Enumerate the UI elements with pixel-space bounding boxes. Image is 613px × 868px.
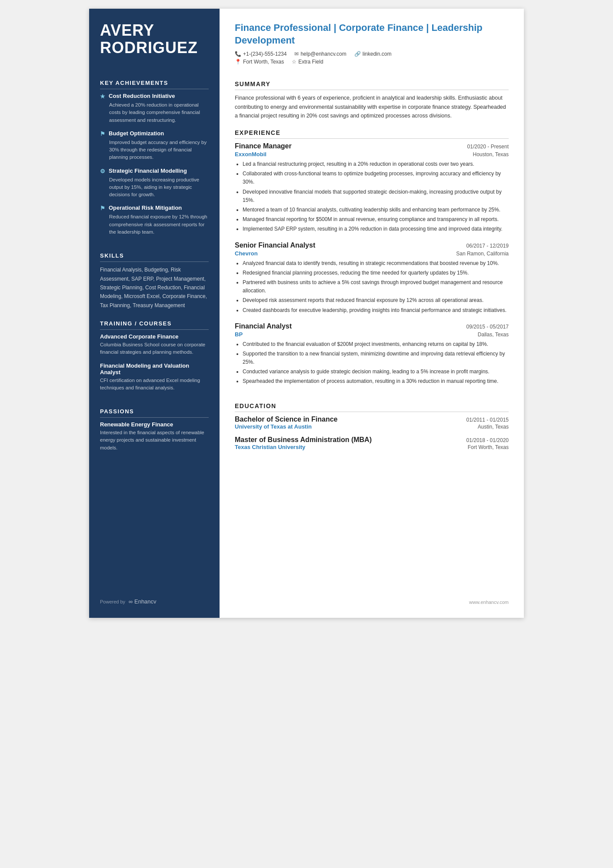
sidebar-footer: Powered by ∞ Enhancv [100, 585, 209, 605]
email-contact: ✉ help@enhancv.com [294, 51, 346, 57]
exp-date: 06/2017 - 12/2019 [466, 243, 509, 249]
edu-school: Texas Christian University [235, 444, 305, 450]
edu-school-row: University of Texas at Austin Austin, Te… [235, 423, 509, 430]
exp-header: Finance Manager 01/2020 - Present [235, 142, 509, 150]
main-header: Finance Professional | Corporate Finance… [235, 22, 509, 67]
edu-header: Bachelor of Science in Finance 01/2011 -… [235, 416, 509, 423]
passion-item: Renewable Energy Finance Interested in t… [100, 421, 209, 452]
achievement-title-text: Operational Risk Mitigation [109, 204, 182, 211]
achievement-icon: ★ [100, 93, 105, 100]
enhancv-logo: ∞ Enhancv [129, 598, 156, 605]
achievement-title-text: Strategic Financial Modelling [109, 168, 187, 174]
linkedin-contact: 🔗 linkedin.com [354, 51, 392, 57]
skills-section-title: SKILLS [100, 252, 209, 262]
experience-item: Senior Financial Analyst 06/2017 - 12/20… [235, 241, 509, 315]
experience-item: Finance Manager 01/2020 - Present ExxonM… [235, 142, 509, 234]
resume-container: AVERY RODRIGUEZ KEY ACHIEVEMENTS ★ Cost … [89, 9, 524, 618]
achievement-desc: Developed models increasing productive o… [100, 176, 209, 199]
achievement-desc: Improved budget accuracy and efficiency … [100, 139, 209, 161]
exp-bullet: Developed innovative financial models th… [243, 188, 509, 204]
achievements-section-title: KEY ACHIEVEMENTS [100, 80, 209, 89]
email-value: help@enhancv.com [300, 51, 346, 57]
edu-degree: Master of Business Administration (MBA) [235, 436, 372, 444]
exp-date: 01/2020 - Present [467, 144, 509, 150]
exp-bullets: Analyzed financial data to identify tren… [235, 259, 509, 315]
achievement-title: ⚑ Operational Risk Mitigation [100, 204, 209, 211]
location-value: Fort Worth, Texas [243, 59, 284, 65]
passions-list: Renewable Energy Finance Interested in t… [100, 421, 209, 456]
achievement-title: ⚑ Budget Optimization [100, 130, 209, 137]
edu-school-row: Texas Christian University Fort Worth, T… [235, 444, 509, 450]
exp-company: BP [235, 331, 243, 338]
achievement-title-text: Budget Optimization [109, 130, 164, 137]
training-title: Advanced Corporate Finance [100, 333, 209, 340]
achievement-icon: ⚑ [100, 131, 105, 137]
training-desc: CFI certification on advanced Excel mode… [100, 377, 209, 392]
linkedin-icon: 🔗 [354, 51, 361, 57]
edu-location: Austin, Texas [478, 424, 509, 430]
phone-icon: 📞 [235, 51, 241, 57]
powered-by-label: Powered by [100, 599, 125, 604]
exp-bullet: Supported the transition to a new financ… [243, 350, 509, 366]
exp-role: Senior Financial Analyst [235, 241, 315, 249]
achievement-title-text: Cost Reduction Initiative [109, 93, 175, 99]
exp-bullet: Conducted variance analysis to guide str… [243, 368, 509, 376]
exp-location: San Ramon, California [456, 251, 509, 257]
sidebar: AVERY RODRIGUEZ KEY ACHIEVEMENTS ★ Cost … [89, 9, 220, 618]
exp-location: Houston, Texas [473, 151, 509, 158]
exp-company: ExxonMobil [235, 151, 267, 158]
phone-value: +1-(234)-555-1234 [243, 51, 287, 57]
achievement-item: ⚑ Budget Optimization Improved budget ac… [100, 130, 209, 161]
achievement-desc: Achieved a 20% reduction in operational … [100, 101, 209, 124]
training-desc: Columbia Business School course on corpo… [100, 341, 209, 356]
exp-bullet: Analyzed financial data to identify tren… [243, 259, 509, 268]
footer-website: www.enhancv.com [469, 600, 509, 605]
exp-role: Financial Analyst [235, 322, 292, 330]
exp-bullet: Contributed to the financial evaluation … [243, 340, 509, 349]
edu-header: Master of Business Administration (MBA) … [235, 436, 509, 444]
exp-date: 09/2015 - 05/2017 [466, 324, 509, 330]
main-content: Finance Professional | Corporate Finance… [220, 9, 524, 618]
skills-text: Financial Analysis, Budgeting, Risk Asse… [100, 265, 209, 310]
edu-date: 01/2018 - 01/2020 [466, 437, 509, 443]
location-contact: 📍 Fort Worth, Texas [235, 59, 284, 65]
passion-desc: Interested in the financial aspects of r… [100, 429, 209, 452]
achievement-title: ★ Cost Reduction Initiative [100, 93, 209, 100]
exp-bullet: Led a financial restructuring project, r… [243, 160, 509, 168]
exp-bullet: Redesigned financial planning processes,… [243, 269, 509, 277]
summary-section-title: SUMMARY [235, 80, 509, 90]
linkedin-value: linkedin.com [363, 51, 392, 57]
education-list: Bachelor of Science in Finance 01/2011 -… [235, 416, 509, 456]
experience-item: Financial Analyst 09/2015 - 05/2017 BP D… [235, 322, 509, 386]
edu-degree: Bachelor of Science in Finance [235, 416, 338, 423]
exp-company: Chevron [235, 250, 258, 257]
edu-school: University of Texas at Austin [235, 423, 312, 430]
passion-title: Renewable Energy Finance [100, 421, 209, 428]
location-icon: 📍 [235, 59, 241, 65]
education-item: Master of Business Administration (MBA) … [235, 436, 509, 450]
achievement-item: ⚙ Strategic Financial Modelling Develope… [100, 168, 209, 199]
exp-company-row: ExxonMobil Houston, Texas [235, 151, 509, 158]
training-section-title: TRAINING / COURSES [100, 320, 209, 330]
contact-row-2: 📍 Fort Worth, Texas ☆ Extra Field [235, 59, 509, 65]
training-item: Financial Modeling and Valuation Analyst… [100, 362, 209, 392]
exp-bullet: Developed risk assessment reports that r… [243, 296, 509, 305]
achievement-icon: ⚑ [100, 205, 105, 211]
exp-header: Senior Financial Analyst 06/2017 - 12/20… [235, 241, 509, 249]
email-icon: ✉ [294, 51, 299, 57]
extra-field-value: Extra Field [298, 59, 323, 65]
achievement-icon: ⚙ [100, 168, 105, 174]
exp-bullet: Managed financial reporting for $500M in… [243, 215, 509, 224]
achievement-desc: Reduced financial exposure by 12% throug… [100, 213, 209, 236]
exp-bullet: Collaborated with cross-functional teams… [243, 170, 509, 186]
achievement-item: ⚑ Operational Risk Mitigation Reduced fi… [100, 204, 209, 236]
education-section-title: EDUCATION [235, 402, 509, 412]
edu-date: 01/2011 - 01/2015 [466, 417, 509, 423]
exp-bullet: Partnered with business units to achieve… [243, 278, 509, 295]
exp-bullet: Implemented SAP ERP system, resulting in… [243, 225, 509, 233]
education-item: Bachelor of Science in Finance 01/2011 -… [235, 416, 509, 430]
person-name: AVERY RODRIGUEZ [100, 22, 209, 56]
exp-bullet: Created dashboards for executive leaders… [243, 306, 509, 315]
training-title: Financial Modeling and Valuation Analyst [100, 362, 209, 375]
exp-bullets: Led a financial restructuring project, r… [235, 160, 509, 234]
